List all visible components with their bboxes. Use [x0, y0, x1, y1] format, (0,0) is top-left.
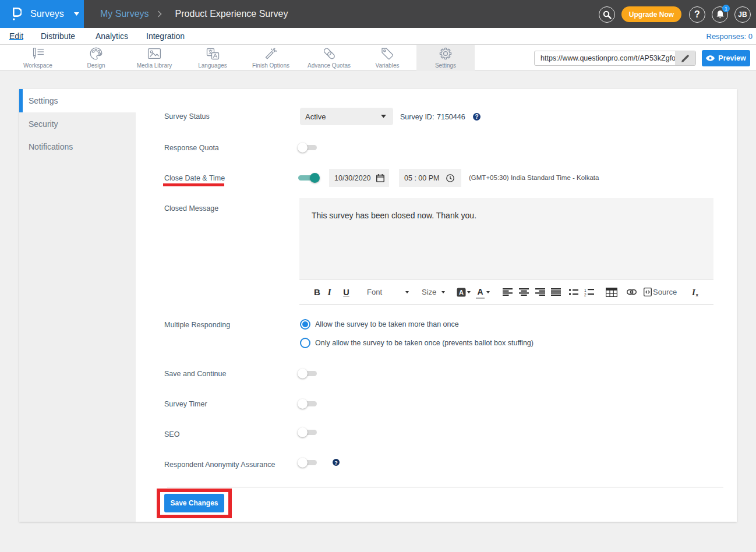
- svg-text:A: A: [459, 289, 464, 296]
- svg-text:1: 1: [584, 288, 587, 292]
- svg-text:2: 2: [584, 292, 587, 296]
- svg-text:x: x: [695, 292, 698, 297]
